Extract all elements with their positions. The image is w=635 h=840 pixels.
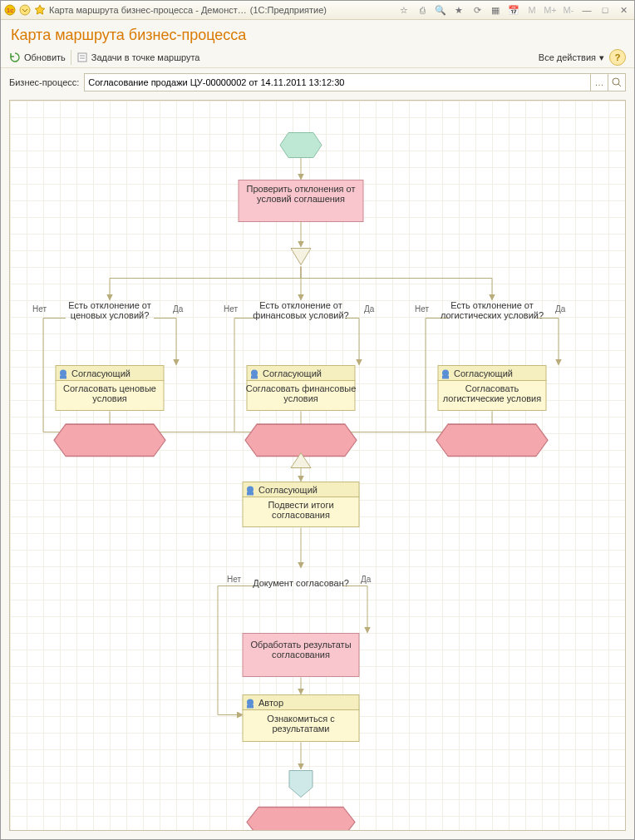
svg-rect-36 [247,705,254,709]
start-node [280,133,322,158]
all-actions-dropdown[interactable]: Все действия ▾ [539,52,604,63]
toolbar-calendar-icon[interactable]: 📅 [506,3,521,17]
task-summary[interactable]: Согласующий Подвести итогисогласования [243,482,359,527]
toolbar-print-icon[interactable]: ⎙ [415,3,430,17]
svg-text:Проверить отклонения отусловий: Проверить отклонения отусловий соглашени… [247,184,356,204]
toolbar: Обновить Задачи в точке маршрута Все дей… [1,47,634,68]
toolbar-history-icon[interactable]: ⟳ [470,3,485,17]
svg-text:Документ согласован?: Документ согласован? [253,578,349,588]
end-node [289,771,313,798]
tasks-icon [76,52,88,63]
task-view-role: Автор [258,698,283,708]
svg-point-35 [247,699,254,706]
task-log[interactable]: Согласующий Согласоватьлогистические усл… [438,366,546,411]
refresh-button[interactable]: Обновить [9,52,66,63]
svg-rect-3 [78,53,86,62]
filter-row: Бизнес-процесс: … [1,68,634,96]
svg-point-6 [613,78,619,85]
nav-down-icon[interactable] [19,4,31,16]
svg-point-28 [247,487,254,493]
svg-text:1c: 1c [7,7,13,14]
mem-mplus-icon[interactable]: M+ [543,3,558,17]
task-log-role: Согласующий [454,368,513,378]
no-label-1: Нет [32,304,47,314]
flowchart-diagram: Проверить отклонения отусловий соглашени… [10,101,625,830]
minimize-icon[interactable]: — [579,3,594,17]
toolbar-preview-icon[interactable]: 🔍 [433,3,448,17]
svg-text:Ознакомиться срезультатами: Ознакомиться срезультатами [267,714,335,734]
toolbar-new-icon[interactable]: ☆ [396,3,411,17]
svg-point-18 [251,370,258,377]
filter-label: Бизнес-процесс: [9,77,79,87]
maximize-icon[interactable]: □ [598,3,613,17]
svg-point-13 [60,370,66,377]
mem-m-icon[interactable]: M [524,3,539,17]
svg-rect-24 [442,376,449,379]
toolbar-fav-icon[interactable]: ★ [451,3,466,17]
split-node [291,249,311,265]
help-icon[interactable]: ? [609,49,626,66]
toolbar-calc-icon[interactable]: ▦ [488,3,503,17]
yes-label-3: Да [555,304,566,314]
svg-rect-29 [247,492,254,496]
page-title: Карта маршрута бизнес-процесса [1,20,634,47]
business-process-field[interactable]: … [84,73,626,91]
svg-rect-19 [251,376,258,379]
app-logo-icon: 1c [4,4,16,16]
close-icon[interactable]: ✕ [616,3,631,17]
svg-line-7 [618,84,621,86]
svg-text:Есть отклонение отценовых усло: Есть отклонение отценовых условий? [68,300,151,320]
app-label: (1С:Предприятие) [250,5,327,15]
task-summary-role: Согласующий [258,485,318,495]
window-title: Карта маршрута бизнес-процесса - Демонст… [49,5,247,15]
yes-label-4: Да [361,575,372,584]
tasks-label: Задачи в точке маршрута [91,52,200,62]
refresh-icon [9,52,21,63]
yes-label-1: Да [173,304,184,314]
diagram-canvas[interactable]: Проверить отклонения отусловий соглашени… [9,100,626,831]
svg-text:Есть отклонение отлогистически: Есть отклонение отлогистических условий? [441,300,544,320]
no-label-2: Нет [224,304,238,314]
favorite-star-icon[interactable] [34,4,46,16]
svg-rect-14 [60,376,66,379]
task-fin[interactable]: Согласующий Согласовать финансовыеуслови… [246,366,357,411]
yes-label-2: Да [364,304,375,314]
task-price[interactable]: Согласующий Согласовать ценовыеусловия [56,366,164,411]
mem-mminus-icon[interactable]: M- [561,3,576,17]
task-view-results[interactable]: Автор Ознакомиться срезультатами [243,695,359,742]
business-process-input[interactable] [85,76,590,89]
refresh-label: Обновить [24,52,66,62]
open-button[interactable] [608,74,625,91]
svg-text:Подвести итогисогласования: Подвести итогисогласования [268,500,333,520]
task-fin-role: Согласующий [263,368,322,378]
task-price-role: Согласующий [71,368,130,378]
window-titlebar: 1c Карта маршрута бизнес-процесса - Демо… [1,1,634,20]
svg-point-23 [442,370,449,377]
no-label-4: Нет [227,575,241,584]
tasks-button[interactable]: Задачи в точке маршрута [76,52,200,63]
select-button[interactable]: … [590,74,608,91]
svg-text:Есть отклонение отфинансовых у: Есть отклонение отфинансовых условий? [253,300,348,320]
no-label-3: Нет [415,304,429,314]
all-actions-label: Все действия [539,52,596,62]
svg-point-2 [20,5,30,15]
